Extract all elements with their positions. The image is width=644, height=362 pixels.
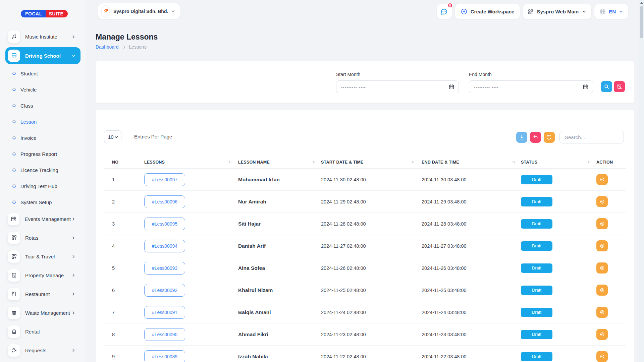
column-header-end-date-time[interactable]: END DATE & TIME: [418, 160, 518, 165]
lesson-id-badge[interactable]: #Less00091: [144, 306, 185, 319]
swoosh-logo-icon: [102, 7, 109, 15]
sidebar-item-vehicle[interactable]: Vehicle: [5, 83, 80, 96]
page-scrollbar[interactable]: [639, 0, 644, 362]
calendar-icon[interactable]: [583, 84, 589, 90]
workspace-menu-dropdown[interactable]: Syspro Web Main: [523, 4, 591, 19]
sidebar-item-tour-travel[interactable]: Tour & Travel: [5, 249, 80, 264]
sort-icon[interactable]: [228, 160, 232, 165]
sidebar-item-rental[interactable]: Rental: [5, 324, 80, 339]
create-workspace-button[interactable]: Create Workspace: [455, 4, 520, 19]
entries-per-page-label: Entries Per Page: [134, 134, 172, 139]
column-header-label: LESSON NAME: [238, 160, 270, 165]
breadcrumb-current: Lessons: [129, 44, 147, 50]
lesson-name: Danish Arif: [238, 243, 266, 249]
status-badge[interactable]: Draft: [521, 197, 552, 206]
refresh-button[interactable]: [544, 132, 555, 143]
status-badge[interactable]: Draft: [521, 352, 552, 361]
sort-icon[interactable]: [411, 160, 415, 165]
end-month-input[interactable]: --------- ----: [469, 80, 593, 93]
sidebar-item-music-institute[interactable]: Music Institute: [5, 29, 80, 44]
undo-button[interactable]: [530, 132, 541, 143]
column-header-label: LESSONS: [144, 160, 165, 165]
sidebar-item-label: Tour & Travel: [25, 254, 71, 259]
column-header-lesson-name[interactable]: LESSON NAME: [235, 160, 319, 165]
sidebar-item-student[interactable]: Student: [5, 67, 80, 80]
lesson-id-badge[interactable]: #Less00094: [144, 240, 185, 252]
table-search-input[interactable]: Search...: [559, 131, 624, 143]
status-badge[interactable]: Draft: [521, 175, 552, 184]
start-month-input[interactable]: --------- ----: [336, 80, 459, 93]
status-badge[interactable]: Draft: [521, 219, 552, 229]
sidebar-item-invoice[interactable]: Invoice: [5, 131, 80, 144]
circle-icon: [12, 87, 16, 92]
status-badge[interactable]: Draft: [521, 286, 552, 295]
sidebar-item-driving-test-hub[interactable]: Driving Test Hub: [5, 179, 80, 193]
view-action-button[interactable]: [596, 285, 608, 296]
sort-icon[interactable]: [587, 160, 591, 165]
view-action-button[interactable]: [596, 196, 608, 207]
sidebar-item-requests[interactable]: Requests: [5, 343, 80, 358]
calendar-icon[interactable]: [448, 84, 454, 90]
sidebar-item-class[interactable]: Class: [5, 99, 80, 112]
workspace-logo: [101, 5, 110, 17]
view-action-button[interactable]: [596, 329, 608, 340]
view-action-button[interactable]: [596, 262, 608, 274]
lesson-name: Khairul Nizam: [238, 287, 273, 293]
lesson-id-badge[interactable]: #Less00093: [144, 262, 185, 275]
view-action-button[interactable]: [596, 174, 608, 185]
status-badge[interactable]: Draft: [521, 308, 552, 317]
scrollbar-up-arrow[interactable]: [640, 1, 643, 4]
breadcrumb-dashboard-link[interactable]: Dashboard: [96, 44, 119, 50]
chevron-down-icon: [619, 9, 624, 14]
chat-button[interactable]: 0: [437, 4, 452, 19]
lesson-id-badge[interactable]: #Less00095: [144, 218, 185, 230]
sidebar-item-progress-report[interactable]: Progress Report: [5, 147, 80, 161]
view-action-button[interactable]: [596, 218, 608, 229]
logo-part-suite: SUITE: [46, 10, 68, 17]
workspace-selector[interactable]: Syspro Digital Sdn. Bhd.: [98, 3, 180, 19]
breadcrumb: Dashboard Lessons: [96, 44, 147, 50]
status-badge[interactable]: Draft: [521, 263, 552, 273]
sort-icon[interactable]: [312, 160, 316, 165]
sidebar-item-label: Vehicle: [20, 87, 37, 93]
sidebar-item-label: Lesson: [20, 119, 37, 125]
circle-icon: [12, 103, 16, 108]
sidebar-item-system-setup[interactable]: System Setup: [5, 195, 80, 209]
chevron-right-icon: [71, 273, 76, 278]
export-button[interactable]: [516, 132, 527, 143]
scrollbar-thumb[interactable]: [640, 6, 643, 38]
lesson-id-badge[interactable]: #Less00097: [144, 173, 185, 186]
sidebar-item-waste-management[interactable]: Waste Management: [5, 305, 80, 320]
circle-icon: [12, 152, 16, 156]
circle-icon: [12, 168, 16, 172]
focal-suite-logo[interactable]: FOCAL SUITE: [21, 10, 68, 17]
sidebar-item-property-manage[interactable]: Property Manage: [5, 268, 80, 283]
lesson-id-badge[interactable]: #Less00090: [144, 328, 185, 341]
filter-reset-button[interactable]: [614, 81, 625, 92]
status-badge[interactable]: Draft: [521, 241, 552, 251]
status-badge[interactable]: Draft: [521, 330, 552, 339]
view-action-button[interactable]: [596, 240, 608, 251]
chevron-right-icon: [71, 292, 76, 297]
entries-per-page-select[interactable]: 10: [104, 130, 121, 143]
sidebar-item-driving-school[interactable]: Driving School: [5, 47, 80, 64]
column-header-status[interactable]: STATUS: [518, 160, 594, 165]
language-dropdown[interactable]: EN: [594, 4, 628, 19]
view-action-button[interactable]: [596, 351, 608, 362]
sidebar-item-restaurant[interactable]: Restaurant: [5, 287, 80, 301]
search-placeholder: Search...: [565, 134, 585, 140]
column-header-lessons[interactable]: LESSONS: [142, 160, 235, 165]
filter-search-button[interactable]: [601, 81, 612, 92]
view-action-button[interactable]: [596, 307, 608, 318]
sidebar-item-rotas[interactable]: Rotas: [5, 230, 80, 245]
music-icon: [8, 31, 20, 43]
lesson-id-badge[interactable]: #Less00096: [144, 195, 185, 208]
sort-icon[interactable]: [512, 160, 516, 165]
sidebar-item-licence-tracking[interactable]: Licence Tracking: [5, 163, 80, 177]
sidebar-item-events-management[interactable]: Events Management: [5, 212, 80, 226]
lesson-id-badge[interactable]: #Less00089: [144, 350, 185, 362]
sidebar-item-lesson[interactable]: Lesson: [5, 115, 80, 128]
table-row: 3#Less00095Siti Hajar2024-11-28 02:48:00…: [104, 213, 626, 235]
column-header-start-date-time[interactable]: START DATE & TIME: [319, 160, 418, 165]
lesson-id-badge[interactable]: #Less00092: [144, 284, 185, 297]
